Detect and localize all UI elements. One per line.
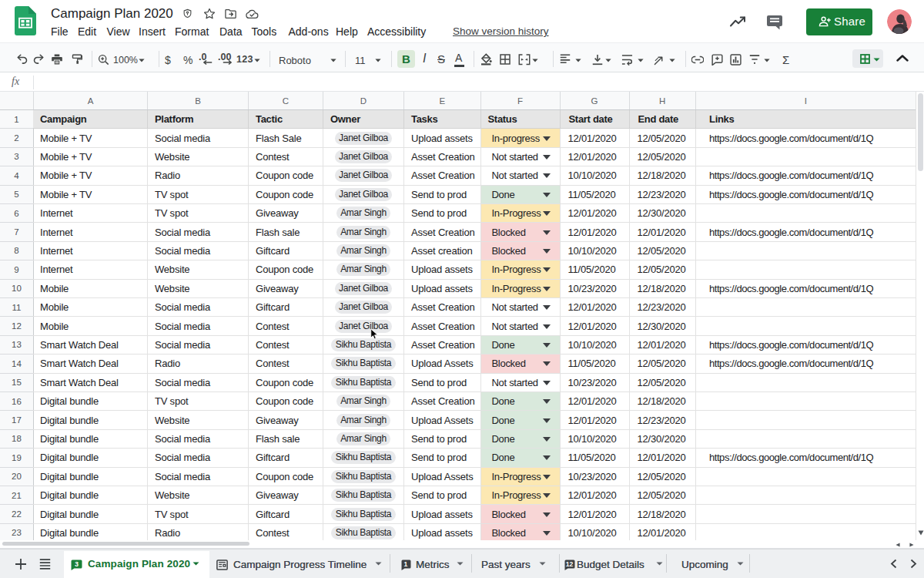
svg-text:3: 3: [75, 560, 79, 568]
svg-text:1: 1: [404, 560, 408, 568]
svg-text:12: 12: [566, 560, 574, 568]
